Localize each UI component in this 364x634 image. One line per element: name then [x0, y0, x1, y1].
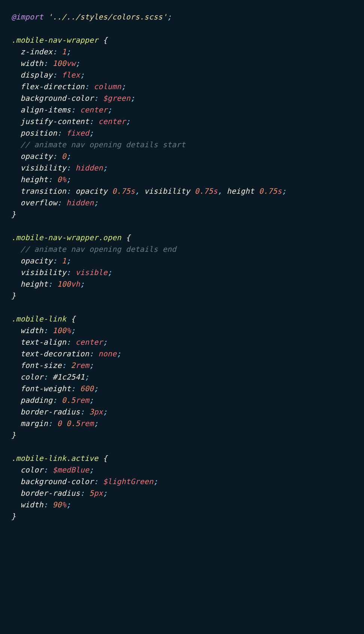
code-block[interactable]: @import '../../styles/colors.scss'; .mob… [11, 11, 353, 522]
